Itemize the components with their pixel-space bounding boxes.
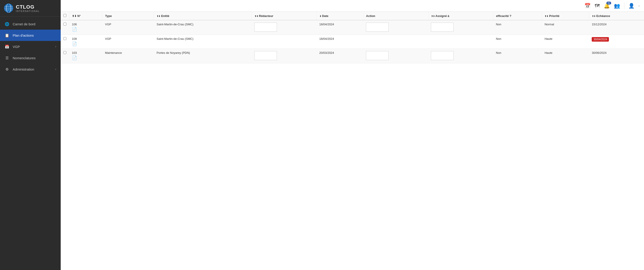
logo: CTLOG INTERNATIONAL [0, 0, 61, 16]
sort-icon: ⬆⬇ [254, 15, 258, 17]
col-checkbox [61, 12, 69, 20]
sort-icon: ⬆⬇ [592, 15, 596, 17]
table-body: 106 📄 VGP Saint-Martin-de-Crau (SMC) 18/… [61, 20, 644, 63]
logo-title: CTLOG [16, 4, 40, 10]
col-efficacite: efficacité ? [493, 12, 542, 20]
action-input[interactable] [366, 51, 388, 60]
col-echeance: ⬆⬇ Echéance [589, 12, 644, 20]
row-priorite: Normal [542, 20, 589, 35]
assigne-input[interactable] [431, 23, 454, 32]
sidebar-item-label: Nomenclatures [13, 56, 56, 60]
row-action [363, 35, 428, 49]
sidebar-item-label: Plan d'actions [13, 33, 56, 37]
col-assigne: ⬆⬇ Assigné à [428, 12, 493, 20]
row-echeance: 30/04/2024 [589, 35, 644, 49]
sort-icon: ⬆⬇ [431, 15, 435, 17]
map-icon[interactable]: 🗺 [595, 3, 600, 9]
select-all-checkbox[interactable] [64, 14, 66, 17]
row-date: 20/03/2024 [316, 49, 363, 63]
row-checkbox-cell [61, 20, 69, 35]
sort-icon: ⬇ [320, 15, 321, 17]
row-type: VGP [102, 35, 154, 49]
row-redacteur [252, 35, 316, 49]
main-content: 📅 🗺 🔔 60 👥 👤 › ⬆⬇ N° [61, 0, 644, 270]
redacteur-input[interactable] [254, 23, 277, 32]
row-entite: Portes de Noyarey (PDN) [154, 49, 252, 63]
row-assigne [428, 20, 493, 35]
col-action: Action [363, 12, 428, 20]
row-checkbox[interactable] [64, 23, 66, 25]
sidebar-item-label: Administration [13, 67, 55, 71]
row-priorite: Haute [542, 49, 589, 63]
row-assigne [428, 35, 493, 49]
row-assigne [428, 49, 493, 63]
chevron-right-icon: › [55, 45, 56, 48]
col-num: ⬆⬇ N° [69, 12, 102, 20]
sort-icon: ⬆⬇ [544, 15, 548, 17]
row-date: 18/04/2024 [316, 20, 363, 35]
row-echeance: 30/06/2024 [589, 49, 644, 63]
row-efficacite: Non [493, 49, 542, 63]
actions-table: ⬆⬇ N° Type ⬆⬇ Entité ⬆⬇ Rédacteur [61, 12, 644, 63]
row-num: 103 📄 [69, 49, 102, 63]
row-efficacite: Non [493, 20, 542, 35]
row-action [363, 49, 428, 63]
bell-icon[interactable]: 🔔 60 [604, 3, 610, 9]
action-input[interactable] [366, 23, 388, 32]
table-row: 103 📄 Maintenance Portes de Noyarey (PDN… [61, 49, 644, 63]
user-chevron-icon[interactable]: › [638, 4, 640, 7]
chevron-right-icon: › [55, 68, 56, 71]
row-checkbox-cell [61, 35, 69, 49]
notification-badge: 60 [606, 1, 611, 4]
users-icon[interactable]: 👥 [614, 3, 620, 9]
logo-globe-icon [4, 3, 14, 13]
col-entite: ⬆⬇ Entité [154, 12, 252, 20]
row-type: Maintenance [102, 49, 154, 63]
sidebar-item-vgp[interactable]: 📅 VGP › [0, 41, 61, 52]
globe-icon: 🌐 [4, 21, 10, 26]
pdf-icon[interactable]: 📄 [72, 27, 100, 32]
col-redacteur: ⬆⬇ Rédacteur [252, 12, 316, 20]
col-type: Type [102, 12, 154, 20]
table-header: ⬆⬇ N° Type ⬆⬇ Entité ⬆⬇ Rédacteur [61, 12, 644, 20]
sidebar-item-label: Carnet de bord [13, 22, 56, 26]
user-icon[interactable]: 👤 [628, 3, 634, 9]
row-priorite: Haute [542, 35, 589, 49]
sort-up-down-icon: ⬆⬇ [72, 14, 76, 18]
sidebar-item-plan-actions[interactable]: 📋 Plan d'actions [0, 30, 61, 41]
row-redacteur [252, 20, 316, 35]
sort-icon: ⬆⬇ [157, 15, 160, 17]
gear-icon: ⚙ [4, 67, 10, 72]
data-table-container: ⬆⬇ N° Type ⬆⬇ Entité ⬆⬇ Rédacteur [61, 12, 644, 270]
calendar-icon: 📅 [4, 44, 10, 49]
calendar-header-icon[interactable]: 📅 [584, 3, 590, 9]
sidebar-item-carnet-de-bord[interactable]: 🌐 Carnet de bord [0, 18, 61, 30]
assigne-input[interactable] [431, 51, 454, 60]
row-num: 106 📄 [69, 20, 102, 35]
row-entite: Saint-Martin-de-Crau (SMC) [154, 20, 252, 35]
table-row: 106 📄 VGP Saint-Martin-de-Crau (SMC) 18/… [61, 20, 644, 35]
row-redacteur [252, 49, 316, 63]
row-checkbox[interactable] [64, 37, 66, 40]
header-divider [624, 3, 624, 9]
sidebar-item-nomenclatures[interactable]: ☰ Nomenclatures [0, 52, 61, 63]
logo-subtitle: INTERNATIONAL [16, 10, 40, 12]
row-efficacite: Non [493, 35, 542, 49]
sidebar-item-administration[interactable]: ⚙ Administration › [0, 63, 61, 75]
redacteur-input[interactable] [254, 51, 277, 60]
row-num: 108 📄 [69, 35, 102, 49]
row-type: VGP [102, 20, 154, 35]
sidebar-item-label: VGP [13, 45, 55, 49]
sidebar-nav: 🌐 Carnet de bord 📋 Plan d'actions 📅 VGP … [0, 16, 61, 270]
pdf-icon[interactable]: 📄 [72, 41, 100, 46]
row-checkbox-cell [61, 49, 69, 63]
echeance-badge: 30/04/2024 [592, 37, 609, 42]
row-echeance: 15/12/2024 [589, 20, 644, 35]
row-action [363, 20, 428, 35]
row-checkbox[interactable] [64, 51, 66, 54]
row-entite: Saint-Martin-de-Crau (SMC) [154, 35, 252, 49]
pdf-icon[interactable]: 📄 [72, 55, 100, 60]
row-date: 18/04/2024 [316, 35, 363, 49]
sidebar: CTLOG INTERNATIONAL 🌐 Carnet de bord 📋 P… [0, 0, 61, 270]
top-header: 📅 🗺 🔔 60 👥 👤 › [61, 0, 644, 12]
